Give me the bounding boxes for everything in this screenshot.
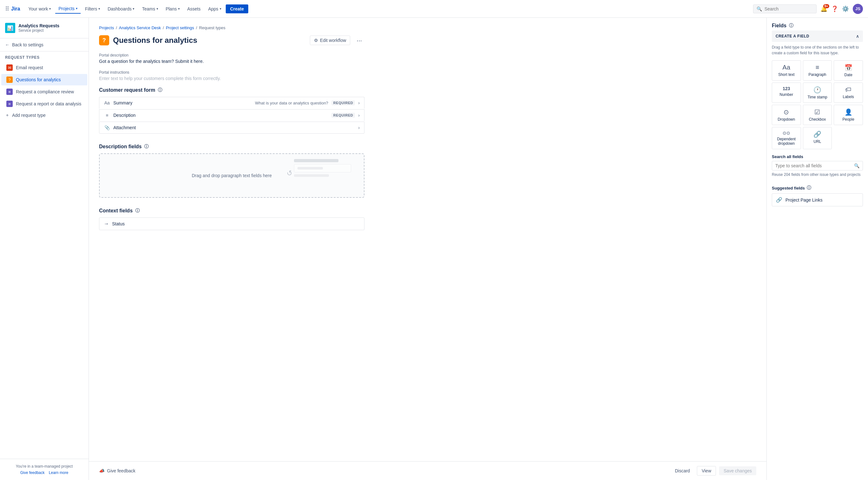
sidebar-item-email-request[interactable]: ✉ Email request <box>1 62 87 73</box>
sidebar-section-title: Request types <box>0 52 89 62</box>
caret-icon: ▾ <box>133 7 134 10</box>
sidebar-project: 📊 Analytics Requests Service project <box>0 18 89 38</box>
field-type-people[interactable]: 👤 People <box>834 105 863 125</box>
caret-icon: ▾ <box>220 7 221 10</box>
search-input[interactable] <box>765 6 813 11</box>
date-icon: 📅 <box>844 64 852 71</box>
breadcrumb-projects[interactable]: Projects <box>99 25 114 30</box>
info-icon[interactable]: ⓘ <box>158 87 162 93</box>
field-type-dropdown[interactable]: ⊙ Dropdown <box>772 105 801 125</box>
grid-icon: ⠿ <box>5 5 9 12</box>
url-icon: 🔗 <box>813 130 821 138</box>
customer-request-form-section: Customer request form ⓘ Aa Summary What … <box>99 87 365 134</box>
sidebar-item-questions-analytics[interactable]: ? Questions for analytics <box>1 74 87 86</box>
workflow-icon: ⚙ <box>314 38 318 43</box>
nav-filters[interactable]: Filters ▾ <box>82 4 103 13</box>
settings-button[interactable]: ⚙️ <box>842 5 849 12</box>
search-fields-input[interactable] <box>775 163 851 168</box>
field-type-dependent-dropdown[interactable]: ⊙⊙ Dependent dropdown <box>772 127 801 149</box>
email-icon: ✉ <box>6 64 13 71</box>
caret-icon: ▾ <box>178 7 180 10</box>
field-type-paragraph[interactable]: ≡ Paragraph <box>803 60 832 81</box>
suggested-fields-section: Suggested fields ⓘ 🔗 Project Page Links <box>772 185 863 206</box>
status-field-row[interactable]: → Status <box>99 218 365 230</box>
search-icon: 🔍 <box>854 163 860 168</box>
field-type-timestamp[interactable]: 🕐 Time stamp <box>803 83 832 103</box>
portal-description-label: Portal description <box>99 53 365 58</box>
nav-your-work[interactable]: Your work ▾ <box>25 4 54 13</box>
date-label: Date <box>844 73 852 77</box>
status-field-name: Status <box>112 221 125 226</box>
add-request-type-button[interactable]: ＋ Add request type <box>0 110 89 121</box>
edit-workflow-button[interactable]: ⚙ Edit workflow <box>310 36 350 45</box>
nav-projects[interactable]: Projects ▾ <box>55 4 81 14</box>
info-icon-suggested[interactable]: ⓘ <box>807 185 811 191</box>
back-icon: ← <box>5 42 9 47</box>
description-field-icon: ≡ <box>104 113 110 118</box>
chevron-icon: › <box>358 100 360 105</box>
nav-dashboards[interactable]: Dashboards ▾ <box>104 4 138 13</box>
timestamp-icon: 🕐 <box>813 86 821 94</box>
nav-plans[interactable]: Plans ▾ <box>162 4 183 13</box>
compliance-icon: ≡ <box>6 89 13 95</box>
more-options-button[interactable]: ··· <box>354 36 365 45</box>
checkbox-label: Checkbox <box>809 117 826 122</box>
caret-icon: ▾ <box>49 7 51 10</box>
plus-icon: ＋ <box>5 113 9 118</box>
field-type-url[interactable]: 🔗 URL <box>803 127 832 149</box>
page-header: ? Questions for analytics ⚙ Edit workflo… <box>99 35 365 45</box>
field-types-grid: Aa Short text ≡ Paragraph 📅 Date 123 Num… <box>772 60 863 149</box>
drag-drop-label: Drag and drop paragraph text fields here <box>192 173 272 178</box>
breadcrumb-analytics-service-desk[interactable]: Analytics Service Desk <box>119 25 161 30</box>
field-type-labels[interactable]: 🏷 Labels <box>834 83 863 103</box>
fields-panel-title: Fields ⓘ <box>772 23 794 29</box>
topnav: ⠿ Jira Your work ▾ Projects ▾ Filters ▾ … <box>0 0 868 18</box>
description-field-row[interactable]: ≡ Description REQUIRED › <box>99 109 365 121</box>
dropdown-label: Dropdown <box>777 117 795 122</box>
nav-apps[interactable]: Apps ▾ <box>205 4 224 13</box>
customer-request-form-header: Customer request form ⓘ <box>99 87 365 93</box>
suggested-field-project-page-links[interactable]: 🔗 Project Page Links <box>772 193 863 206</box>
labels-icon: 🏷 <box>845 86 851 93</box>
nav-teams[interactable]: Teams ▾ <box>139 4 161 13</box>
info-icon-fields[interactable]: ⓘ <box>789 23 794 29</box>
drag-drop-zone: ↺ Drag and drop paragraph text fields he… <box>99 153 365 198</box>
breadcrumb-current: Request types <box>199 25 225 30</box>
sidebar-back-button[interactable]: ← Back to settings <box>0 38 89 52</box>
topnav-right: 🔍 🔔 9+ ❓ ⚙️ JS <box>753 4 863 14</box>
nav-assets[interactable]: Assets <box>184 4 204 13</box>
fields-panel-header: Fields ⓘ <box>772 23 863 29</box>
summary-field-row[interactable]: Aa Summary What is your data or analytic… <box>99 97 365 108</box>
field-type-checkbox[interactable]: ☑ Checkbox <box>803 105 832 125</box>
save-changes-button[interactable]: Save changes <box>719 466 756 475</box>
chevron-icon: › <box>358 113 360 118</box>
view-button[interactable]: View <box>697 466 716 476</box>
search-bar[interactable]: 🔍 <box>753 4 816 13</box>
give-feedback-button[interactable]: 📣 Give feedback <box>99 468 135 473</box>
field-type-short-text[interactable]: Aa Short text <box>772 60 801 81</box>
help-button[interactable]: ❓ <box>831 5 838 12</box>
number-label: Number <box>779 92 793 97</box>
summary-required-badge: REQUIRED <box>332 100 355 105</box>
sidebar-item-report-analysis[interactable]: ≡ Request a report or data analysis <box>1 98 87 109</box>
field-type-date[interactable]: 📅 Date <box>834 60 863 81</box>
attachment-field-row[interactable]: 📎 Attachment › <box>99 122 365 134</box>
sidebar-footer: You're in a team-managed project Give fe… <box>0 459 89 480</box>
breadcrumb-project-settings[interactable]: Project settings <box>166 25 194 30</box>
summary-field-icon: Aa <box>104 100 110 105</box>
create-button[interactable]: Create <box>226 4 249 13</box>
info-icon-desc[interactable]: ⓘ <box>144 144 149 150</box>
discard-button[interactable]: Discard <box>671 466 694 475</box>
avatar[interactable]: JS <box>853 4 863 14</box>
give-feedback-link[interactable]: Give feedback <box>20 471 45 475</box>
timestamp-label: Time stamp <box>807 95 827 99</box>
collapse-icon[interactable]: ∧ <box>856 34 859 39</box>
search-fields-section: Search all fields 🔍 Reuse 204 fields fro… <box>772 154 863 181</box>
info-icon-context[interactable]: ⓘ <box>135 208 140 214</box>
field-type-number[interactable]: 123 Number <box>772 83 801 103</box>
notifications-button[interactable]: 🔔 9+ <box>820 5 827 12</box>
learn-more-link[interactable]: Learn more <box>49 471 68 475</box>
sidebar-item-compliance-review[interactable]: ≡ Request a compliance review <box>1 86 87 97</box>
search-fields-input-wrap[interactable]: 🔍 <box>772 161 863 170</box>
logo[interactable]: ⠿ Jira <box>5 5 20 12</box>
